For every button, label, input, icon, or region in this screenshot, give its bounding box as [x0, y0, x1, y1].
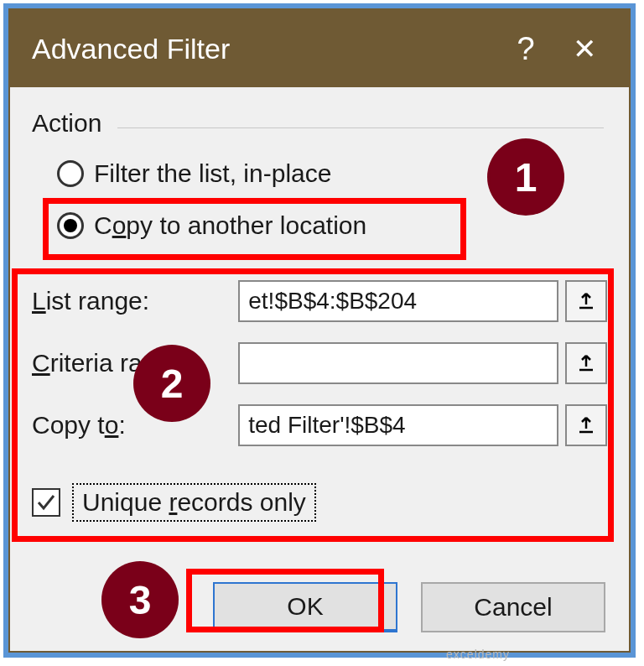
- unique-records-checkbox[interactable]: Unique records only: [32, 483, 607, 522]
- annotation-badge-3: 3: [104, 564, 176, 636]
- close-button[interactable]: ✕: [555, 32, 614, 65]
- checkbox-checked-icon: [32, 488, 60, 517]
- list-range-picker-button[interactable]: [565, 280, 607, 322]
- annotation-badge-1: 1: [490, 141, 562, 213]
- advanced-filter-dialog: Advanced Filter ? ✕ Action Filter the li…: [8, 8, 631, 653]
- unique-records-label: Unique records only: [72, 483, 316, 522]
- copy-to-input[interactable]: [238, 404, 558, 446]
- watermark: exceldemy: [446, 648, 510, 661]
- titlebar: Advanced Filter ? ✕: [10, 10, 629, 87]
- radio-selected-icon: [57, 212, 84, 239]
- radio-inplace-label: Filter the list, in-place: [94, 159, 331, 188]
- criteria-range-input[interactable]: [238, 342, 558, 384]
- help-button[interactable]: ?: [496, 31, 555, 67]
- collapse-icon: [577, 292, 595, 310]
- list-range-label: List range:: [32, 287, 231, 315]
- dialog-title: Advanced Filter: [32, 33, 496, 65]
- ok-button[interactable]: OK: [213, 582, 397, 632]
- action-group-label: Action: [32, 109, 607, 138]
- copy-to-picker-button[interactable]: [565, 404, 607, 446]
- collapse-icon: [577, 354, 595, 372]
- cancel-button[interactable]: Cancel: [421, 582, 605, 632]
- list-range-input[interactable]: [238, 280, 558, 322]
- collapse-icon: [577, 416, 595, 434]
- radio-unselected-icon: [57, 160, 84, 187]
- annotation-badge-2: 2: [136, 347, 208, 419]
- criteria-range-picker-button[interactable]: [565, 342, 607, 384]
- copy-to-label: Copy to:: [32, 411, 231, 440]
- radio-copyto-label: Copy to another location: [94, 211, 366, 240]
- group-divider: [117, 127, 604, 128]
